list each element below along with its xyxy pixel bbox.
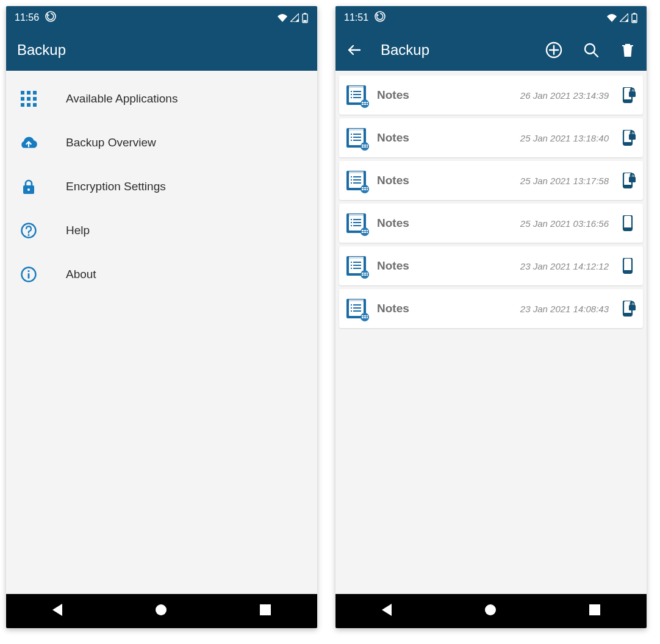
app-bar-title: Backup (17, 41, 66, 59)
cloud-upload-icon (20, 136, 38, 149)
lock-icon (20, 179, 38, 195)
backup-timestamp: 23 Jan 2021 14:12:12 (520, 261, 609, 271)
content-area: Available Applications Backup Overview E… (6, 71, 317, 594)
nav-recent-button[interactable] (589, 604, 600, 618)
status-bar: 11:51 (335, 6, 647, 29)
notes-app-icon (343, 82, 370, 109)
notes-app-icon (343, 124, 370, 151)
backup-card[interactable]: Notes 26 Jan 2021 23:14:39 (339, 76, 643, 115)
nav-home-button[interactable] (484, 604, 497, 618)
sync-icon (375, 11, 386, 24)
status-bar: 11:56 (6, 6, 317, 29)
phone-encrypted-icon (620, 87, 637, 103)
help-icon (20, 223, 38, 238)
wifi-icon (606, 13, 617, 22)
status-time: 11:56 (15, 12, 39, 23)
apps-grid-icon (20, 91, 38, 107)
backup-card[interactable]: Notes 25 Jan 2021 13:18:40 (339, 118, 643, 157)
cell-signal-icon (290, 13, 299, 22)
menu-label: Help (66, 224, 90, 237)
menu-label: About (66, 268, 96, 281)
app-bar-title: Backup (381, 41, 429, 59)
notes-app-icon (343, 252, 370, 279)
nav-bar (6, 594, 317, 628)
menu-list: Available Applications Backup Overview E… (6, 71, 317, 302)
app-bar: Backup (335, 29, 647, 71)
backup-timestamp: 26 Jan 2021 23:14:39 (520, 90, 609, 101)
menu-item-backup-overview[interactable]: Backup Overview (6, 121, 317, 165)
notes-app-icon (343, 167, 370, 194)
phone-left: 11:56 Backup Available Applications Back… (6, 6, 317, 628)
backup-name: Notes (377, 131, 409, 145)
backup-card[interactable]: Notes 23 Jan 2021 14:12:12 (339, 246, 643, 285)
backup-name: Notes (377, 216, 409, 230)
search-button[interactable] (583, 42, 599, 58)
content-area: Notes 26 Jan 2021 23:14:39 Notes 25 Jan … (335, 71, 647, 594)
backup-timestamp: 25 Jan 2021 13:18:40 (520, 133, 609, 143)
battery-icon (301, 13, 309, 23)
menu-item-available-applications[interactable]: Available Applications (6, 77, 317, 121)
nav-back-button[interactable] (52, 604, 62, 618)
menu-item-help[interactable]: Help (6, 209, 317, 252)
backup-list: Notes 26 Jan 2021 23:14:39 Notes 25 Jan … (335, 71, 647, 337)
notes-app-icon (343, 295, 370, 322)
nav-recent-button[interactable] (260, 604, 271, 618)
phone-encrypted-icon (620, 173, 637, 188)
backup-name: Notes (377, 174, 409, 187)
status-time: 11:51 (344, 12, 368, 23)
add-button[interactable] (545, 41, 562, 59)
backup-timestamp: 23 Jan 2021 14:08:43 (520, 304, 609, 314)
phone-icon (620, 215, 637, 231)
backup-timestamp: 25 Jan 2021 03:16:56 (520, 218, 609, 229)
menu-label: Available Applications (66, 92, 178, 106)
phone-encrypted-icon (620, 130, 637, 146)
nav-back-button[interactable] (382, 604, 392, 618)
phone-encrypted-icon (620, 301, 637, 317)
menu-label: Backup Overview (66, 136, 156, 149)
nav-home-button[interactable] (155, 604, 167, 618)
backup-name: Notes (377, 259, 409, 273)
menu-label: Encryption Settings (66, 180, 166, 193)
phone-icon (620, 258, 637, 274)
battery-icon (631, 13, 638, 23)
backup-card[interactable]: Notes 25 Jan 2021 03:16:56 (339, 204, 643, 243)
menu-item-encryption-settings[interactable]: Encryption Settings (6, 165, 317, 209)
backup-timestamp: 25 Jan 2021 13:17:58 (520, 176, 609, 186)
backup-card[interactable]: Notes 25 Jan 2021 13:17:58 (339, 161, 643, 200)
delete-button[interactable] (620, 42, 636, 58)
cell-signal-icon (620, 13, 628, 22)
nav-bar (335, 594, 647, 628)
notes-app-icon (343, 210, 370, 237)
backup-name: Notes (377, 88, 409, 102)
back-button[interactable] (346, 43, 362, 57)
sync-icon (45, 11, 56, 24)
info-icon (20, 267, 38, 282)
backup-name: Notes (377, 302, 409, 315)
phone-right: 11:51 Backup Notes 26 Jan 2021 23:14:39 (335, 6, 647, 628)
menu-item-about[interactable]: About (6, 252, 317, 296)
backup-card[interactable]: Notes 23 Jan 2021 14:08:43 (339, 289, 643, 328)
app-bar: Backup (6, 29, 317, 71)
wifi-icon (277, 13, 288, 22)
